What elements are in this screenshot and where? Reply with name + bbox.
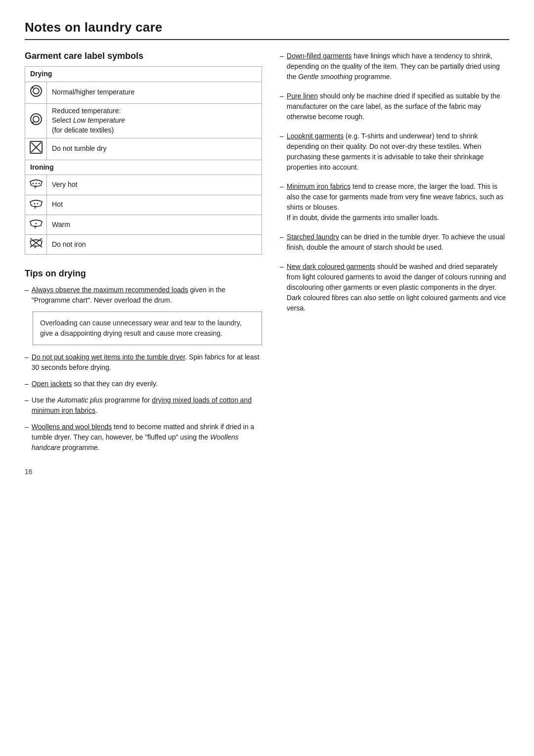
svg-point-11 bbox=[35, 183, 37, 184]
right-tip-3-underline: Loopknit garments bbox=[287, 132, 344, 140]
list-dash: – bbox=[25, 379, 29, 389]
table-row: Normal/higher temperature bbox=[25, 82, 262, 103]
list-item: – Use the Automatic plus programme for d… bbox=[25, 395, 262, 416]
table-row: Warm bbox=[25, 215, 262, 234]
no-tumble-icon-cell bbox=[25, 138, 47, 160]
page-number: 16 bbox=[25, 468, 262, 476]
table-row: Hot bbox=[25, 195, 262, 215]
right-tip-3: Loopknit garments (e.g. T-shirts and und… bbox=[287, 131, 509, 173]
list-item: – Loopknit garments (e.g. T-shirts and u… bbox=[280, 131, 509, 173]
tip-3-text: Open jackets so that they can dry evenly… bbox=[32, 379, 262, 389]
svg-point-12 bbox=[38, 183, 40, 184]
list-dash: – bbox=[280, 262, 284, 313]
right-tip-1-italic: Gentle smoothing bbox=[298, 73, 353, 81]
tip-4-text: Use the Automatic plus programme for dry… bbox=[32, 395, 262, 416]
svg-point-15 bbox=[37, 203, 38, 204]
tip-5-underline: Woollens and wool blends bbox=[32, 423, 112, 431]
list-item: – New dark coloured garments should be w… bbox=[280, 262, 509, 313]
tip-2-text: Do not put soaking wet items into the tu… bbox=[32, 352, 262, 373]
tip-3-underline: Open jackets bbox=[32, 380, 72, 388]
list-dash: – bbox=[280, 51, 284, 82]
tips-title: Tips on drying bbox=[25, 268, 262, 279]
left-column: Garment care label symbols Drying bbox=[25, 51, 262, 476]
svg-point-1 bbox=[33, 88, 39, 94]
list-dash: – bbox=[280, 91, 284, 122]
list-item: – Minimum iron fabrics tend to crease mo… bbox=[280, 181, 509, 223]
right-tips-list: – Down-filled garments have linings whic… bbox=[280, 51, 509, 313]
right-tip-2: Pure linen should only be machine dried … bbox=[287, 91, 509, 122]
iron-2-icon bbox=[29, 198, 43, 209]
no-iron-text: Do not iron bbox=[47, 234, 262, 254]
table-row: Reduced temperature:Select Low temperatu… bbox=[25, 103, 262, 138]
list-item: – Open jackets so that they can dry even… bbox=[25, 379, 262, 389]
svg-point-4 bbox=[33, 116, 39, 122]
right-tip-2-underline: Pure linen bbox=[287, 92, 318, 100]
svg-point-5 bbox=[32, 122, 34, 124]
tip-5-italic: Woollens handcare bbox=[32, 433, 239, 451]
tumble-low-icon-cell bbox=[25, 103, 47, 138]
tips-list: – Always observe the maximum recommended… bbox=[25, 285, 262, 306]
list-dash: – bbox=[280, 232, 284, 253]
svg-point-10 bbox=[32, 183, 34, 184]
svg-point-17 bbox=[35, 222, 37, 224]
tumble-high-text: Normal/higher temperature bbox=[47, 82, 262, 103]
list-dash: – bbox=[280, 131, 284, 173]
drying-header-label: Drying bbox=[25, 67, 262, 82]
table-row: Do not iron bbox=[25, 234, 262, 254]
tip-1-text: Always observe the maximum recommended l… bbox=[32, 285, 262, 306]
right-tip-4: Minimum iron fabrics tend to crease more… bbox=[287, 181, 509, 223]
drying-header-row: Drying bbox=[25, 67, 262, 82]
iron-3-text: Very hot bbox=[47, 175, 262, 195]
iron-2-text: Hot bbox=[47, 195, 262, 215]
iron-3-icon bbox=[29, 178, 43, 188]
right-tip-6: New dark coloured garments should be was… bbox=[287, 262, 509, 313]
care-label-table: Drying Normal/higher temperature bbox=[25, 66, 262, 255]
list-dash: – bbox=[25, 285, 29, 306]
svg-point-2 bbox=[32, 87, 34, 89]
no-tumble-icon bbox=[30, 141, 43, 154]
iron-1-icon-cell bbox=[25, 215, 47, 234]
title-divider bbox=[25, 39, 509, 40]
list-item: – Pure linen should only be machine drie… bbox=[280, 91, 509, 122]
right-tip-4-underline: Minimum iron fabrics bbox=[287, 182, 351, 190]
callout-box: Overloading can cause unnecessary wear a… bbox=[33, 311, 262, 345]
list-item: – Always observe the maximum recommended… bbox=[25, 285, 262, 306]
garment-section-title: Garment care label symbols bbox=[25, 51, 262, 61]
list-item: – Woollens and wool blends tend to becom… bbox=[25, 422, 262, 453]
tumble-high-icon bbox=[30, 85, 43, 97]
tumble-low-text: Reduced temperature:Select Low temperatu… bbox=[47, 103, 262, 138]
right-tip-5-underline: Starched laundry bbox=[287, 233, 339, 241]
no-iron-icon bbox=[29, 237, 43, 248]
tip-2-underline: Do not put soaking wet items into the tu… bbox=[32, 353, 185, 361]
tips-list-continued: – Do not put soaking wet items into the … bbox=[25, 352, 262, 453]
main-content: Garment care label symbols Drying bbox=[25, 51, 509, 476]
table-row: Do not tumble dry bbox=[25, 138, 262, 160]
no-iron-icon-cell bbox=[25, 234, 47, 254]
tumble-low-icon bbox=[30, 113, 43, 126]
ironing-header-label: Ironing bbox=[25, 160, 262, 175]
list-dash: – bbox=[25, 352, 29, 373]
no-tumble-text: Do not tumble dry bbox=[47, 138, 262, 160]
list-item: – Starched laundry can be dried in the t… bbox=[280, 232, 509, 253]
right-tip-6-underline: New dark coloured garments bbox=[287, 263, 375, 270]
right-tip-1-underline: Down-filled garments bbox=[287, 52, 352, 60]
tip-4-italic: Automatic plus bbox=[57, 396, 103, 404]
tumble-high-icon-cell bbox=[25, 82, 47, 103]
list-item: – Do not put soaking wet items into the … bbox=[25, 352, 262, 373]
tip-5-text: Woollens and wool blends tend to become … bbox=[32, 422, 262, 453]
right-tip-1: Down-filled garments have linings which … bbox=[287, 51, 509, 82]
ironing-header-row: Ironing bbox=[25, 160, 262, 175]
page-title: Notes on laundry care bbox=[25, 20, 509, 35]
iron-1-text: Warm bbox=[47, 215, 262, 234]
iron-3-icon-cell bbox=[25, 175, 47, 195]
iron-2-icon-cell bbox=[25, 195, 47, 215]
list-item: – Down-filled garments have linings whic… bbox=[280, 51, 509, 82]
iron-1-icon bbox=[29, 218, 43, 228]
list-dash: – bbox=[25, 422, 29, 453]
right-column: – Down-filled garments have linings whic… bbox=[280, 51, 509, 476]
right-tip-5: Starched laundry can be dried in the tum… bbox=[287, 232, 509, 253]
list-dash: – bbox=[280, 181, 284, 223]
svg-point-14 bbox=[34, 203, 35, 204]
table-row: Very hot bbox=[25, 175, 262, 195]
tip-1-underline: Always observe the maximum recommended l… bbox=[32, 286, 188, 294]
